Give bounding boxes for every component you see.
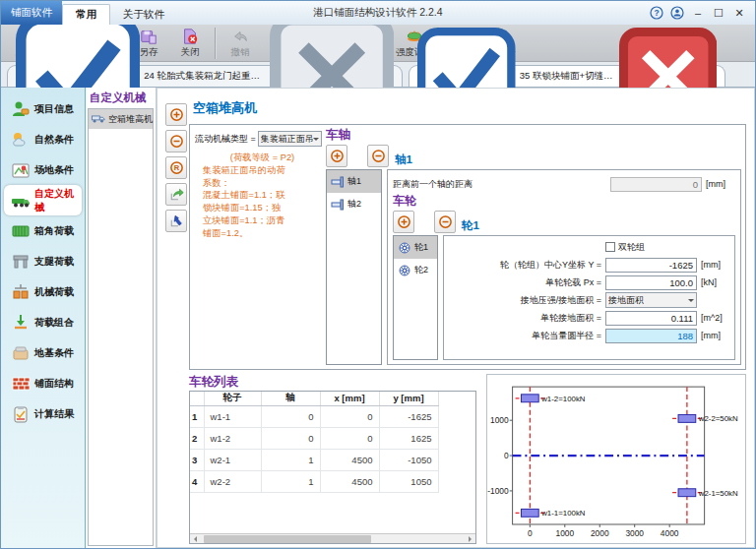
axle-list-item-1[interactable]: 轴2: [327, 193, 381, 215]
table-row[interactable]: 2w1-2001625: [190, 427, 438, 449]
remove-wheel-button[interactable]: [434, 211, 456, 233]
sidebar-item-9[interactable]: 铺面结构: [4, 368, 82, 398]
axle-distance-input[interactable]: 0: [610, 177, 702, 192]
sidebar-item-4[interactable]: 箱角荷载: [4, 215, 82, 246]
axle-distance-label: 距离前一个轴的距离: [393, 178, 610, 191]
table-header: 轮子: [204, 392, 261, 405]
wheel-list-item-1[interactable]: 轮2: [394, 259, 437, 281]
machine-groupbox: 流动机械类型 = 集装箱正面吊 (荷载等级 = P2)集装箱正面吊的动荷系数：混…: [189, 124, 746, 370]
wheel-field-1-unit: [kN]: [697, 277, 730, 287]
wheel-field-0-input[interactable]: -1625: [605, 258, 697, 273]
wheel-field-3-input[interactable]: 0.111: [605, 311, 697, 326]
scroll-left-icon[interactable]: [190, 534, 200, 544]
wheel-field-0-unit: [mm]: [697, 260, 730, 270]
add-axle-button[interactable]: [326, 145, 347, 167]
account-icon[interactable]: [670, 6, 684, 20]
sidebar-item-10[interactable]: 计算结果: [4, 398, 82, 429]
machine-list-panel: 自定义机械 空箱堆高机: [86, 88, 157, 548]
remove-icon: [169, 134, 184, 149]
wheel-field-2-select[interactable]: 接地面积: [605, 292, 697, 308]
toolbar-button-close-file[interactable]: 关闭: [169, 26, 211, 61]
add-wheel-button[interactable]: [393, 211, 414, 233]
wheel-section-title: 车轮: [393, 193, 735, 210]
machine-type-select[interactable]: 集装箱正面吊: [258, 131, 322, 147]
wheel-field-4-input[interactable]: 188: [605, 329, 697, 343]
leg-load-icon: [11, 252, 31, 272]
nature-icon: [11, 130, 31, 150]
table-row[interactable]: 4w2-2145001050: [190, 470, 438, 492]
table-cell: w2-1: [204, 449, 261, 470]
scroll-right-icon[interactable]: [466, 534, 475, 544]
svg-text:1000: 1000: [555, 527, 574, 537]
table-cell: 4500: [320, 449, 379, 470]
sidebar-item-label: 荷载组合: [34, 316, 74, 330]
sidebar-item-label: 机械荷载: [34, 285, 74, 299]
sidebar-item-0[interactable]: 项目信息: [4, 93, 82, 124]
app-menu-button[interactable]: 铺面软件: [1, 1, 62, 25]
svg-text:w1-1=100kN: w1-1=100kN: [540, 509, 586, 518]
help-icon[interactable]: ?: [650, 6, 663, 20]
svg-text:3000: 3000: [625, 527, 644, 537]
remove-axle-button[interactable]: [367, 145, 389, 167]
wheel-field-4-unit: [mm]: [697, 331, 730, 340]
horizontal-scrollbar[interactable]: [190, 533, 475, 543]
dual-wheel-checkbox[interactable]: [605, 242, 615, 252]
wheel-list: 轮1轮2: [393, 235, 438, 360]
axle-list-item-label: 轴1: [347, 175, 361, 188]
container-load-icon: [11, 221, 31, 241]
toolbar-button-undo[interactable]: 撤销: [220, 26, 261, 61]
document-tab-label: 35 联锁块铺面+切缝混凝土基层+粒料底基层+无垫层，自定义机械荷载: [520, 70, 615, 83]
remove-machine-button[interactable]: [165, 130, 187, 152]
r-circle-machine-button[interactable]: R: [165, 156, 187, 179]
help-button[interactable]: ?: [650, 6, 663, 20]
save-as-icon: [140, 28, 158, 45]
table-cell: 1: [261, 449, 320, 470]
sidebar-item-5[interactable]: 支腿荷载: [4, 246, 82, 276]
table-cell: 1625: [379, 427, 438, 449]
table-row[interactable]: 1w1-100-1625: [190, 405, 438, 427]
sidebar-item-label: 计算结果: [34, 407, 74, 421]
document-tab-0[interactable]: 24 轮胎式集装箱龙门起重机，RTG56S41，空载，总作用次数5000次，等级…: [7, 65, 403, 87]
machine-type-column: 流动机械类型 = 集装箱正面吊 (荷载等级 = P2)集装箱正面吊的动荷系数：混…: [190, 125, 324, 369]
axle-list-item-0[interactable]: 轴1: [327, 170, 381, 193]
ribbon-tab-0[interactable]: 常用: [62, 4, 110, 25]
import-arrow-machine-button[interactable]: [165, 210, 187, 232]
sidebar-item-1[interactable]: 自然条件: [4, 124, 82, 154]
minimize-button[interactable]: –: [691, 6, 705, 20]
sidebar-item-3[interactable]: 自定义机械: [4, 185, 82, 215]
wheel-list-item-label: 轮1: [414, 241, 428, 254]
wheel-field-3-label: 单轮接地面积 =: [448, 312, 605, 325]
truck-icon: [92, 114, 105, 124]
wheel-field-1-input[interactable]: 100.0: [605, 275, 697, 290]
add-icon: [330, 149, 345, 163]
table-row[interactable]: 3w2-114500-1050: [190, 449, 438, 470]
document-tab-bar: 24 轮胎式集装箱龙门起重机，RTG56S41，空载，总作用次数5000次，等级…: [1, 62, 755, 88]
sidebar-item-8[interactable]: 地基条件: [4, 337, 82, 368]
add-machine-button[interactable]: [165, 103, 187, 126]
machine-list-item-0[interactable]: 空箱堆高机: [89, 109, 153, 129]
sidebar-item-7[interactable]: 荷载组合: [4, 307, 82, 337]
table-header: x [mm]: [320, 392, 379, 405]
remove-icon: [371, 149, 386, 163]
maximize-button[interactable]: ☐: [712, 6, 725, 20]
sidebar-item-6[interactable]: 机械荷载: [4, 276, 82, 307]
wheel-title: 轮1: [462, 218, 479, 233]
axle-distance-unit: [mm]: [702, 179, 735, 189]
account-button[interactable]: [670, 6, 684, 20]
document-tab-1[interactable]: 35 联锁块铺面+切缝混凝土基层+粒料底基层+无垫层，自定义机械荷载: [409, 65, 725, 87]
scrollbar-thumb[interactable]: [204, 535, 371, 543]
sidebar-item-2[interactable]: 场地条件: [4, 154, 82, 185]
machine-list-item-label: 空箱堆高机: [108, 113, 153, 126]
svg-text:?: ?: [654, 8, 659, 18]
navigation-sidebar: 项目信息自然条件场地条件自定义机械箱角荷载支腿荷载机械荷载荷载组合地基条件铺面结…: [1, 88, 86, 548]
wheel-list-item-0[interactable]: 轮1: [394, 236, 437, 259]
table-header: y [mm]: [379, 392, 438, 405]
ribbon-tab-1[interactable]: 关于软件: [110, 4, 177, 25]
close-button[interactable]: ✕: [732, 6, 746, 20]
table-header-row: 轮子轴x [mm]y [mm]: [190, 392, 438, 405]
table-cell: 0: [261, 405, 320, 427]
axle-icon: [331, 176, 345, 188]
export-arrow-machine-button[interactable]: [165, 183, 187, 206]
hint-line-3: 混凝土铺面=1.1；联: [203, 189, 322, 202]
svg-text:w2-1=50kN: w2-1=50kN: [698, 488, 738, 497]
